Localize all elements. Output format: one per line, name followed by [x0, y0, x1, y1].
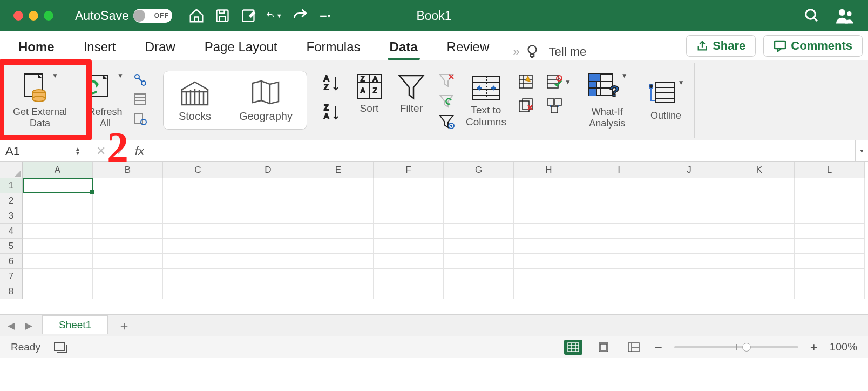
column-header[interactable]: H [514, 162, 584, 178]
add-sheet-button[interactable]: ＋ [118, 317, 131, 334]
column-header[interactable]: K [724, 162, 795, 178]
properties-icon[interactable] [133, 92, 147, 106]
row-header[interactable]: 6 [0, 254, 23, 269]
tell-me-search[interactable]: Tell me [549, 45, 587, 59]
row-header[interactable]: 8 [0, 284, 23, 299]
row-header[interactable]: 5 [0, 239, 23, 254]
account-icon[interactable] [836, 8, 855, 24]
cell[interactable] [93, 224, 163, 239]
cell[interactable] [163, 284, 233, 299]
cell[interactable] [374, 254, 444, 269]
cell[interactable] [23, 224, 93, 239]
cell[interactable] [444, 208, 514, 224]
cell[interactable] [233, 224, 303, 239]
filter-button[interactable]: Filter [396, 71, 426, 114]
maximize-window-button[interactable] [44, 11, 53, 21]
column-header[interactable]: E [303, 162, 374, 178]
cancel-formula-icon[interactable]: ✕ [96, 144, 106, 158]
outline-button[interactable]: + ▼ Outline [643, 77, 689, 124]
sheet-nav-prev-icon[interactable]: ◀ [8, 320, 15, 332]
zoom-out-button[interactable]: − [655, 340, 662, 355]
zoom-slider[interactable] [674, 346, 798, 348]
advanced-filter-button[interactable] [438, 113, 455, 130]
cell[interactable] [374, 284, 444, 299]
stocks-data-type-button[interactable]: Stocks [178, 78, 212, 123]
cell[interactable] [584, 239, 654, 254]
cell[interactable] [23, 178, 93, 193]
column-header[interactable]: L [795, 162, 865, 178]
cell[interactable] [303, 193, 374, 208]
cell[interactable] [584, 224, 654, 239]
cell[interactable] [233, 193, 303, 208]
cell[interactable] [724, 208, 795, 224]
column-header[interactable]: D [233, 162, 303, 178]
cell[interactable] [795, 239, 865, 254]
cell[interactable] [514, 208, 584, 224]
cell[interactable] [724, 239, 795, 254]
close-window-button[interactable] [13, 11, 23, 21]
cell[interactable] [654, 178, 724, 193]
column-header[interactable]: C [163, 162, 233, 178]
view-normal-button[interactable] [564, 340, 582, 355]
cell[interactable] [93, 254, 163, 269]
redo-icon[interactable] [292, 8, 308, 24]
cell[interactable] [795, 178, 865, 193]
row-header[interactable]: 2 [0, 193, 23, 208]
column-header[interactable]: A [23, 162, 93, 178]
cell[interactable] [514, 269, 584, 284]
column-header[interactable]: I [584, 162, 654, 178]
cell[interactable] [514, 224, 584, 239]
cell[interactable] [374, 178, 444, 193]
formula-bar-expand-icon[interactable]: ▼ [855, 140, 868, 161]
get-external-data-button[interactable]: ▼ Get External Data [9, 70, 71, 131]
remove-duplicates-button[interactable] [518, 98, 534, 114]
cell[interactable] [444, 284, 514, 299]
cell[interactable] [514, 254, 584, 269]
cell[interactable] [654, 224, 724, 239]
cell[interactable] [23, 269, 93, 284]
cell[interactable] [724, 193, 795, 208]
autosave-toggle[interactable]: AutoSave OFF [75, 9, 172, 23]
cell[interactable] [654, 284, 724, 299]
cell[interactable] [444, 224, 514, 239]
consolidate-button[interactable] [546, 98, 571, 114]
fx-icon[interactable]: fx [135, 144, 144, 158]
clear-filter-button[interactable] [438, 72, 455, 89]
tab-draw[interactable]: Draw [138, 35, 183, 60]
geography-data-type-button[interactable]: Geography [239, 78, 293, 123]
cell[interactable] [654, 208, 724, 224]
row-header[interactable]: 3 [0, 208, 23, 224]
cell[interactable] [93, 239, 163, 254]
cell[interactable] [514, 178, 584, 193]
cell[interactable] [233, 239, 303, 254]
cell[interactable] [584, 193, 654, 208]
cell[interactable] [93, 269, 163, 284]
cell[interactable] [654, 269, 724, 284]
cell[interactable] [233, 254, 303, 269]
flash-fill-button[interactable] [518, 74, 534, 90]
cell[interactable] [163, 269, 233, 284]
column-header[interactable]: J [654, 162, 724, 178]
cell[interactable] [303, 254, 374, 269]
cell[interactable] [795, 224, 865, 239]
accessibility-icon[interactable] [53, 341, 69, 354]
column-header[interactable]: G [444, 162, 514, 178]
cell[interactable] [23, 254, 93, 269]
cell[interactable] [163, 208, 233, 224]
worksheet-grid[interactable]: A B C D E F G H I J K L 1 2 3 4 5 6 7 8 [0, 162, 868, 314]
cell[interactable] [163, 224, 233, 239]
cell[interactable] [444, 254, 514, 269]
queries-connections-icon[interactable] [133, 73, 147, 87]
name-box-spinner[interactable]: ▲▼ [75, 147, 80, 156]
cell[interactable] [303, 224, 374, 239]
text-to-columns-button[interactable]: Text to Columns [466, 73, 506, 128]
cell[interactable] [374, 193, 444, 208]
cell[interactable] [584, 178, 654, 193]
sort-za-button[interactable]: ZA [323, 103, 342, 122]
cell[interactable] [654, 193, 724, 208]
cell[interactable] [93, 178, 163, 193]
cell[interactable] [163, 254, 233, 269]
column-header[interactable]: B [93, 162, 163, 178]
cell[interactable] [724, 254, 795, 269]
cell[interactable] [23, 239, 93, 254]
